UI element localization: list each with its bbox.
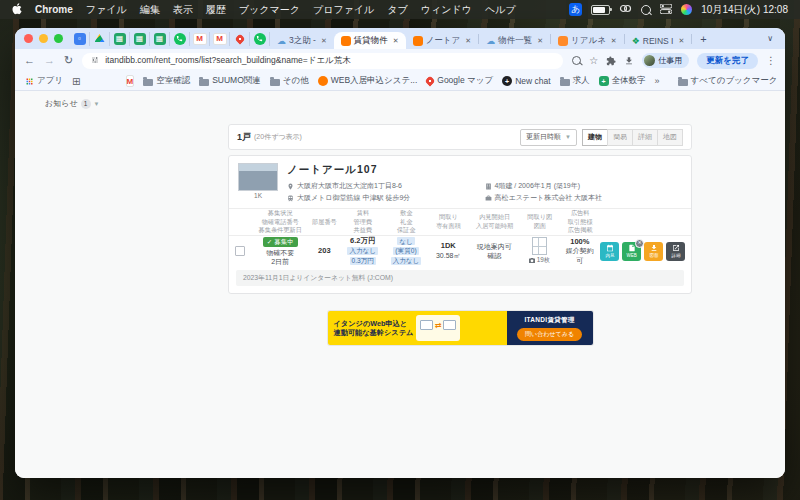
spotlight-search-icon[interactable] <box>641 5 651 15</box>
pinned-tab-phone-app-2[interactable] <box>250 32 270 46</box>
tab-search-chevron-icon[interactable]: ∨ <box>767 34 779 43</box>
menu-file[interactable]: ファイル <box>86 3 127 17</box>
bookmark-folder-jobs[interactable]: 求人 <box>560 75 590 87</box>
view-building-button[interactable]: 建物 <box>582 129 608 146</box>
view-detail-button[interactable]: 詳細 <box>632 129 658 146</box>
new-tab-button[interactable]: + <box>692 33 714 45</box>
tab-groups-icon[interactable]: ⊞ <box>72 76 80 87</box>
bookmark-totals[interactable]: +全体数字 <box>599 75 646 87</box>
itandi-icon <box>413 36 423 46</box>
tab-rent-list-active[interactable]: 賃貸物件 ✕ <box>334 32 406 49</box>
close-icon[interactable]: ✕ <box>321 37 327 45</box>
address-bar[interactable]: itandibb.com/rent_rooms/list?search_buil… <box>82 53 563 69</box>
downloads-icon[interactable] <box>624 52 634 70</box>
apple-icon[interactable] <box>12 3 22 17</box>
close-icon[interactable]: ✕ <box>611 37 617 45</box>
sheets-icon: ▦ <box>154 33 166 45</box>
col-header: 部屋番号 <box>312 219 337 226</box>
pinned-tab-drive[interactable] <box>90 32 110 46</box>
bookmarks-overflow-chevron[interactable]: » <box>655 76 660 86</box>
menubar-app-name[interactable]: Chrome <box>35 4 73 15</box>
floorplan-thumbnail[interactable] <box>532 237 547 255</box>
menubar-clock[interactable]: 10月14日(火) 12:08 <box>701 3 788 17</box>
menu-tab[interactable]: タブ <box>387 3 407 17</box>
close-icon[interactable]: ✕ <box>537 37 543 45</box>
close-icon[interactable]: ✕ <box>465 37 471 45</box>
minimize-window-button[interactable] <box>39 34 48 43</box>
forward-button[interactable]: → <box>44 55 55 66</box>
pinned-tab-image-app[interactable]: ▫ <box>70 32 90 46</box>
pinned-tab-sheet-1[interactable]: ▦ <box>110 32 130 46</box>
menu-view[interactable]: 表示 <box>173 3 193 17</box>
tab-reins[interactable]: ❖ REINS I ✕ <box>625 32 692 49</box>
notice-link[interactable]: お知らせ 1 ▼ <box>45 98 100 109</box>
sort-select[interactable]: 更新日時順 ▼ <box>520 129 577 146</box>
detail-button[interactable]: 詳細 <box>666 242 685 261</box>
bookmark-apps[interactable]: アプリ <box>25 75 63 87</box>
folder-icon <box>678 79 688 86</box>
preview-booking-button[interactable]: 内見 <box>600 242 619 261</box>
kebab-menu-icon[interactable]: ⋮ <box>766 55 776 66</box>
pinned-tab-maps[interactable] <box>230 32 250 46</box>
menu-bookmarks[interactable]: ブックマーク <box>239 3 300 17</box>
tab-notre[interactable]: ノートア ✕ <box>406 32 478 49</box>
phone-app-icon <box>174 33 186 45</box>
floorplan-download-button[interactable]: 図面 <box>644 242 663 261</box>
control-center-icon[interactable] <box>660 4 672 16</box>
col-header: 共益費 <box>354 227 373 234</box>
pinned-tab-sheet-2[interactable]: ▦ <box>130 32 150 46</box>
bookmark-folder-other[interactable]: その他 <box>270 75 309 87</box>
menu-window[interactable]: ウィンドウ <box>421 3 472 17</box>
bookmark-gmail-icon[interactable]: M <box>126 75 135 87</box>
property-title[interactable]: ノートアール107 <box>287 163 682 177</box>
building-photo[interactable] <box>238 163 278 191</box>
view-simple-button[interactable]: 簡易 <box>607 129 633 146</box>
download-icon <box>650 244 658 252</box>
web-apply-button[interactable]: ✕ WEB <box>622 242 641 261</box>
bookmark-folder-vacancy[interactable]: 空室確認 <box>143 75 190 87</box>
pinned-tab-gmail-2[interactable]: M <box>210 32 230 46</box>
bookmark-gmap[interactable]: Google マップ <box>426 75 493 87</box>
tab-realnet[interactable]: リアルネ ✕ <box>551 32 624 49</box>
all-bookmarks[interactable]: すべてのブックマーク <box>678 75 778 87</box>
update-chrome-button[interactable]: 更新を完了 <box>697 53 758 69</box>
profile-chip[interactable]: 仕事用 <box>642 53 689 68</box>
pinned-tab-phone-app-1[interactable] <box>170 32 190 46</box>
menu-history[interactable]: 履歴 <box>206 3 226 17</box>
battery-icon[interactable] <box>591 5 610 15</box>
zoom-page-icon[interactable] <box>572 56 581 65</box>
close-icon[interactable]: ✕ <box>393 37 399 45</box>
pinned-tab-sheet-3[interactable]: ▦ <box>150 32 170 46</box>
property-built: 4階建 / 2006年1月 (築19年) <box>495 181 581 191</box>
input-source-icon[interactable]: あ <box>569 3 582 16</box>
tab-bukken-list[interactable]: ☁ 物件一覧 ✕ <box>479 32 550 49</box>
tab-cloud-doc[interactable]: ☁ 3之助 - ✕ <box>270 32 334 49</box>
link-rings-icon[interactable] <box>619 4 632 15</box>
col-header: 賃料 <box>357 210 369 217</box>
bookmark-star-icon[interactable]: ☆ <box>589 55 598 66</box>
menu-profiles[interactable]: プロファイル <box>313 3 374 17</box>
menu-help[interactable]: ヘルプ <box>485 3 516 17</box>
bookmark-folder-suumo[interactable]: SUUMO関連 <box>199 75 261 87</box>
reload-button[interactable]: ↻ <box>64 55 73 66</box>
bookmark-web-apply[interactable]: WEB入居申込システ... <box>318 75 418 87</box>
zoom-window-button[interactable] <box>54 34 63 43</box>
bookmark-label: Google マップ <box>437 75 493 87</box>
pinned-tab-gmail-1[interactable]: M <box>190 32 210 46</box>
bookmark-new-chat[interactable]: +New chat <box>502 76 550 86</box>
menu-edit[interactable]: 編集 <box>140 3 160 17</box>
site-settings-icon[interactable] <box>91 56 99 66</box>
ad-cta-button[interactable]: 問い合わせてみる <box>517 328 582 341</box>
button-label: 詳細 <box>671 252 680 257</box>
siri-icon[interactable] <box>681 4 692 15</box>
close-icon[interactable]: ✕ <box>678 37 684 45</box>
back-button[interactable]: ← <box>24 55 35 66</box>
calendar-icon <box>606 244 614 252</box>
cloud-icon: ☁ <box>486 36 495 46</box>
close-window-button[interactable] <box>24 34 33 43</box>
ad-banner[interactable]: イタンジのWeb申込と 連動可能な基幹システム ⇄ ITANDI賃貸管理 問い合… <box>328 311 593 345</box>
view-map-button[interactable]: 地図 <box>657 129 683 146</box>
row-checkbox[interactable] <box>235 246 245 256</box>
bookmark-label: 求人 <box>573 75 590 87</box>
extensions-icon[interactable] <box>606 52 616 70</box>
